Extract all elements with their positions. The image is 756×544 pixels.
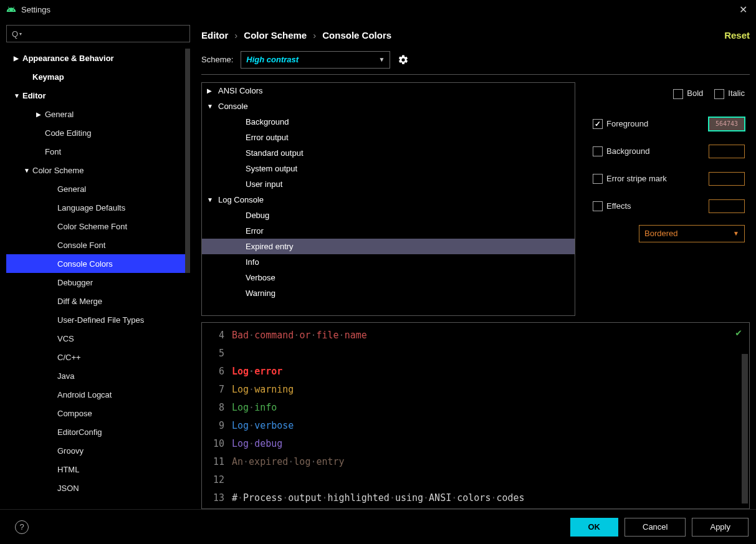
chevron-down-icon: ▼	[207, 103, 218, 110]
preview-editor[interactable]: ✔ 45678910111213 Bad·command·or·file·nam…	[201, 322, 750, 509]
effects-select[interactable]: Bordered ▼	[639, 225, 745, 242]
sidebar-item[interactable]: Console Font	[6, 236, 190, 254]
chevron-down-icon: ▼	[733, 230, 739, 237]
search-input[interactable]: Q▾	[6, 25, 190, 42]
attr-item-label: Console	[218, 102, 248, 111]
effects-label: Effects	[606, 201, 709, 211]
attr-item[interactable]: ▶ANSI Colors	[202, 83, 575, 98]
code-line: An·expired·log·entry	[232, 453, 749, 471]
effects-swatch[interactable]	[709, 199, 745, 213]
stripe-label: Error stripe mark	[606, 174, 709, 183]
sidebar-item[interactable]: ▶General	[6, 105, 190, 123]
sidebar-item[interactable]: Font	[6, 142, 190, 161]
sidebar-item-label: Debugger	[57, 278, 93, 287]
code-line	[232, 345, 749, 363]
apply-button[interactable]: Apply	[692, 518, 749, 537]
sidebar-item-label: Color Scheme Font	[57, 222, 127, 231]
background-swatch[interactable]	[709, 145, 745, 158]
chevron-right-icon: ▶	[36, 111, 45, 118]
attr-item[interactable]: System output	[202, 161, 575, 176]
foreground-label: Foreground	[606, 119, 709, 128]
line-number: 11	[202, 453, 224, 471]
scheme-label: Scheme:	[201, 55, 233, 64]
sidebar-item-label: Code Editing	[45, 128, 91, 138]
sidebar-item[interactable]: ▼Color Scheme	[6, 161, 190, 179]
sidebar-item[interactable]: Groovy	[6, 441, 190, 460]
gear-icon[interactable]	[398, 54, 409, 65]
sidebar-item-label: Groovy	[57, 446, 84, 456]
sidebar-item[interactable]: Android Logcat	[6, 385, 190, 404]
chevron-down-icon: ▼	[378, 56, 385, 63]
attr-item[interactable]: Warning	[202, 285, 575, 301]
cancel-button[interactable]: Cancel	[624, 518, 686, 537]
sidebar-item[interactable]: JSON	[6, 479, 190, 497]
line-number: 6	[202, 363, 224, 381]
attr-item[interactable]: Info	[202, 254, 575, 270]
attr-item[interactable]: Expired entry	[202, 239, 575, 254]
close-icon[interactable]: ✕	[737, 1, 750, 18]
scheme-select[interactable]: High contrast ▼	[241, 51, 390, 69]
sidebar-item[interactable]: Console Colors	[6, 254, 190, 273]
line-number: 10	[202, 435, 224, 453]
scrollbar[interactable]	[742, 354, 748, 503]
sidebar-item[interactable]: User-Defined File Types	[6, 310, 190, 329]
effects-checkbox[interactable]	[593, 201, 603, 211]
chevron-right-icon: ›	[313, 30, 316, 41]
stripe-swatch[interactable]	[709, 172, 745, 186]
stripe-checkbox[interactable]	[593, 174, 603, 184]
sidebar-item-label: General	[45, 110, 74, 119]
attr-item[interactable]: Error output	[202, 130, 575, 145]
scrollbar[interactable]	[185, 49, 190, 273]
help-button[interactable]: ?	[15, 520, 29, 534]
attr-item[interactable]: Error	[202, 223, 575, 239]
background-label: Background	[606, 146, 709, 156]
background-checkbox[interactable]	[593, 146, 603, 156]
foreground-checkbox[interactable]: ✓	[593, 119, 603, 129]
italic-checkbox[interactable]: Italic	[714, 88, 745, 99]
sidebar-item-label: C/C++	[57, 353, 81, 362]
sidebar-item[interactable]: HTML	[6, 460, 190, 479]
crumb-0[interactable]: Editor	[201, 30, 228, 41]
attr-item[interactable]: Verbose	[202, 270, 575, 285]
attr-item-label: Background	[246, 117, 289, 126]
attr-item[interactable]: Debug	[202, 208, 575, 223]
sidebar-item[interactable]: ▼Editor	[6, 86, 190, 105]
attr-item[interactable]: ▼Log Console	[202, 192, 575, 208]
sidebar-item[interactable]: Keymap	[6, 67, 190, 86]
sidebar-item[interactable]: Color Scheme Font	[6, 217, 190, 236]
ok-button[interactable]: OK	[570, 518, 619, 537]
sidebar-item[interactable]: Compose	[6, 404, 190, 422]
bold-checkbox[interactable]: Bold	[673, 88, 703, 99]
sidebar-item[interactable]: VCS	[6, 329, 190, 348]
reset-button[interactable]: Reset	[724, 30, 750, 41]
sidebar-item-label: Java	[57, 371, 74, 381]
foreground-swatch[interactable]: 564743	[709, 117, 745, 131]
attr-item[interactable]: User input	[202, 176, 575, 192]
code-line: Log·debug	[232, 435, 749, 453]
attr-item[interactable]: Standard output	[202, 145, 575, 161]
sidebar-item-label: Diff & Merge	[57, 297, 102, 306]
sidebar-item[interactable]: Debugger	[6, 273, 190, 292]
attr-item[interactable]: ▼Console	[202, 98, 575, 114]
sidebar-item-label: Android Logcat	[57, 390, 112, 399]
attr-item[interactable]: Background	[202, 114, 575, 130]
sidebar-item[interactable]: Diff & Merge	[6, 292, 190, 310]
crumb-1[interactable]: Color Scheme	[244, 30, 307, 41]
line-number: 9	[202, 417, 224, 435]
sidebar-item[interactable]: Language Defaults	[6, 198, 190, 217]
sidebar-item[interactable]: ▶Appearance & Behavior	[6, 49, 190, 67]
code-line	[232, 471, 749, 489]
check-icon: ✔	[735, 327, 742, 338]
gutter: 45678910111213	[202, 323, 228, 508]
sidebar-item-label: Console Colors	[57, 259, 113, 269]
chevron-right-icon: ▶	[14, 55, 22, 62]
sidebar-item[interactable]: General	[6, 179, 190, 198]
settings-tree: ▶Appearance & BehaviorKeymap▼Editor▶Gene…	[6, 49, 190, 509]
effects-select-value: Bordered	[644, 229, 677, 238]
sidebar-item[interactable]: EditorConfig	[6, 422, 190, 441]
line-number: 13	[202, 489, 224, 507]
sidebar-item[interactable]: Java	[6, 366, 190, 385]
sidebar-item[interactable]: C/C++	[6, 348, 190, 366]
sidebar-item[interactable]: Code Editing	[6, 123, 190, 142]
attr-item-label: Error	[246, 226, 264, 236]
